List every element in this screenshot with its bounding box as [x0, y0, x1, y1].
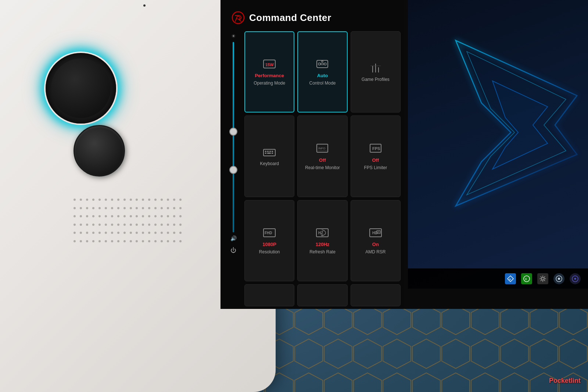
- brightness-volume-slider[interactable]: ☀ 🔊 ⏻: [228, 33, 239, 254]
- command-center-title: Command Center: [249, 12, 331, 24]
- resolution-label: Resolution: [259, 249, 280, 255]
- sensor-dot: [143, 4, 146, 7]
- performance-status: Performance: [255, 73, 284, 78]
- resolution-icon: FHD: [261, 226, 277, 239]
- svg-text:FHD: FHD: [265, 231, 272, 235]
- right-analog-stick[interactable]: [74, 125, 125, 177]
- svg-text:FPS: FPS: [372, 146, 380, 151]
- svg-point-10: [318, 63, 320, 65]
- svg-text:A: A: [509, 278, 511, 281]
- amd-rsr-status: On: [372, 242, 379, 247]
- command-center-header: Command Center: [228, 11, 397, 24]
- watermark-p: P: [549, 377, 553, 384]
- svg-rect-21: [269, 151, 271, 152]
- resolution-tile[interactable]: FHD 1080P Resolution: [244, 200, 294, 281]
- svg-text:HZ: HZ: [318, 231, 323, 235]
- taskbar-icon-xbox[interactable]: X: [521, 273, 532, 284]
- control-mode-status: Auto: [317, 73, 328, 78]
- game-profiles-label: Game Profiles: [362, 77, 390, 83]
- refresh-rate-icon: HZ: [314, 226, 330, 239]
- svg-point-13: [322, 61, 323, 62]
- performance-label: Operating Mode: [254, 81, 285, 86]
- resolution-status: 1080P: [262, 242, 276, 247]
- partial-tile-2[interactable]: [297, 284, 347, 306]
- watermark-text: ocketlint: [553, 377, 581, 384]
- partial-tiles-row: [244, 284, 401, 306]
- amd-rsr-label: AMD RSR: [365, 249, 386, 255]
- tiles-grid: 15W Performance Operating Mode: [244, 31, 401, 281]
- control-mode-label: Control Mode: [309, 81, 336, 86]
- left-analog-stick[interactable]: [44, 51, 118, 125]
- svg-rect-12: [321, 63, 324, 65]
- control-mode-icon: [314, 57, 330, 71]
- tiles-area: 15W Performance Operating Mode: [244, 31, 401, 294]
- svg-point-42: [542, 277, 544, 280]
- svg-rect-23: [265, 153, 266, 154]
- refresh-rate-tile[interactable]: HZ 120Hz Refresh Rate: [297, 200, 347, 281]
- slider-track[interactable]: [233, 42, 234, 232]
- taskbar-icon-steam[interactable]: [553, 273, 564, 284]
- device-screen: Command Center ☀ 🔊 ⏻ 15W: [220, 0, 588, 309]
- rog-logo-icon: [232, 11, 245, 24]
- svg-rect-20: [267, 151, 269, 152]
- svg-text:X: X: [525, 277, 527, 281]
- realtime-monitor-status: Off: [319, 157, 326, 163]
- brightness-thumb[interactable]: [229, 128, 237, 136]
- speaker-grille: [74, 199, 184, 246]
- game-profiles-tile[interactable]: Game Profiles: [351, 31, 401, 113]
- fps-limiter-icon: FPS: [368, 142, 384, 155]
- command-center-panel: Command Center ☀ 🔊 ⏻ 15W: [220, 0, 404, 309]
- control-mode-tile[interactable]: Auto Control Mode: [297, 31, 347, 113]
- watermark: Pocketlint: [549, 377, 581, 385]
- svg-point-11: [324, 63, 326, 65]
- amd-rsr-icon: HD: [368, 226, 384, 239]
- realtime-monitor-icon: INFO: [314, 142, 330, 155]
- svg-point-5: [232, 12, 244, 24]
- svg-rect-22: [272, 151, 273, 152]
- keyboard-icon: [261, 146, 277, 159]
- fps-limiter-status: Off: [372, 157, 379, 163]
- volume-thumb[interactable]: [229, 166, 237, 174]
- performance-icon: 15W: [261, 57, 277, 71]
- realtime-monitor-tile[interactable]: INFO Off Real-time Monitor: [297, 115, 347, 197]
- refresh-rate-status: 120Hz: [316, 242, 330, 247]
- realtime-monitor-label: Real-time Monitor: [305, 165, 340, 171]
- power-icon[interactable]: ⏻: [230, 247, 236, 254]
- taskbar-icon-settings[interactable]: [537, 273, 548, 284]
- brightness-icon: ☀: [231, 33, 236, 39]
- partial-tile-3[interactable]: [351, 284, 401, 306]
- keyboard-tile[interactable]: Keyboard: [244, 115, 294, 197]
- refresh-rate-label: Refresh Rate: [309, 249, 336, 255]
- partial-tile-1[interactable]: [244, 284, 294, 306]
- svg-rect-25: [272, 153, 273, 154]
- taskbar-icon-5[interactable]: [570, 273, 581, 284]
- fps-limiter-tile[interactable]: FPS Off FPS Limiter: [351, 115, 401, 197]
- svg-text:15W: 15W: [265, 63, 274, 67]
- svg-rect-19: [265, 151, 266, 152]
- keyboard-label: Keyboard: [260, 161, 279, 167]
- taskbar: A X: [408, 268, 588, 289]
- game-profiles-icon: [368, 61, 384, 75]
- right-display-panel: A X: [408, 0, 588, 289]
- performance-operating-mode-tile[interactable]: 15W Performance Operating Mode: [244, 31, 294, 113]
- amd-rsr-tile[interactable]: HD On AMD RSR: [351, 200, 401, 281]
- svg-text:INFO: INFO: [318, 147, 325, 150]
- taskbar-icon-1[interactable]: A: [505, 273, 516, 284]
- svg-point-6: [237, 16, 240, 19]
- svg-rect-24: [267, 153, 271, 154]
- rog-neon-arrow-icon: [437, 22, 588, 243]
- svg-rect-38: [377, 231, 380, 233]
- volume-icon: 🔊: [230, 235, 237, 241]
- svg-point-44: [558, 278, 560, 280]
- fps-limiter-label: FPS Limiter: [364, 165, 387, 171]
